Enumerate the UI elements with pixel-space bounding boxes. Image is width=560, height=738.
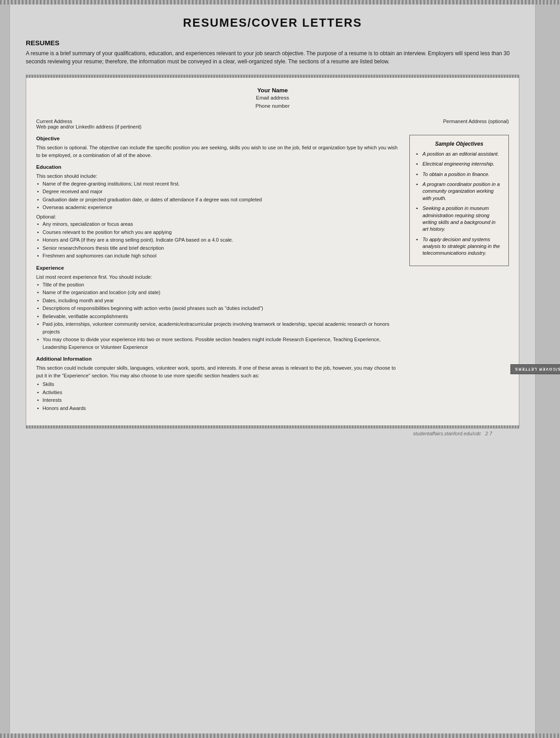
objective-section: Objective This section is optional. The … xyxy=(36,135,401,159)
page: RESUMES/COVER LETTERS RESUMES A resume i… xyxy=(0,0,560,738)
education-bullet-4: Overseas academic experience xyxy=(36,204,401,211)
webpage-label: Web page and/or LinkedIn address (if per… xyxy=(36,124,142,129)
education-bullet-2: Degree received and major xyxy=(36,188,401,195)
additional-title: Additional Information xyxy=(36,355,401,363)
footer-url: studentaffairs.stanford.edu/cdc xyxy=(413,431,481,436)
education-bullet-3: Graduation date or projected graduation … xyxy=(36,196,401,204)
resume-address-right: Permanent Address (optional) xyxy=(443,119,509,129)
exp-bullet-1: Title of the position xyxy=(36,281,401,289)
additional-text: This section could include computer skil… xyxy=(36,364,401,379)
edu-opt-bullet-1: Any minors, specialization or focus area… xyxy=(36,220,401,228)
education-intro: This section should include: xyxy=(36,172,401,180)
sample-objectives-list: A position as an editorial assistant. El… xyxy=(416,151,502,257)
add-bullet-3: Interests xyxy=(36,396,401,404)
resume-right-column: Sample Objectives A position as an edito… xyxy=(409,135,509,417)
education-section: Education This section should include: N… xyxy=(36,163,401,260)
sample-obj-4: A program coordinator position in a comm… xyxy=(416,181,502,202)
top-pattern xyxy=(0,0,560,5)
right-sidebar: RESUMES/COVER LETTERS xyxy=(535,5,560,733)
resume-address-left: Current Address Web page and/or LinkedIn… xyxy=(36,119,142,129)
doc-bottom-pattern xyxy=(26,425,519,428)
education-optional-bullets: Any minors, specialization or focus area… xyxy=(36,220,401,260)
resume-name: Your Name xyxy=(36,87,509,94)
footer-page: 2 7 xyxy=(485,431,492,436)
resumes-heading: RESUMES xyxy=(26,39,519,47)
education-bullet-1: Name of the degree-granting institutions… xyxy=(36,180,401,188)
left-sidebar xyxy=(0,5,10,733)
sample-objectives-title: Sample Objectives xyxy=(416,141,502,147)
resumes-intro: A resume is a brief summary of your qual… xyxy=(26,49,519,66)
education-optional-label: Optional: xyxy=(36,213,401,221)
doc-content: Your Name Email address Phone number Cur… xyxy=(26,78,519,425)
exp-bullet-5: Believable, verifiable accomplishments xyxy=(36,313,401,320)
objective-title: Objective xyxy=(36,135,401,143)
resumes-section: RESUMES A resume is a brief summary of y… xyxy=(26,39,519,66)
experience-title: Experience xyxy=(36,264,401,272)
add-bullet-1: Skills xyxy=(36,381,401,388)
sample-obj-5: Seeking a position in museum administrat… xyxy=(416,205,502,233)
resume-left-column: Objective This section is optional. The … xyxy=(36,135,401,417)
resume-phone: Phone number xyxy=(36,102,509,110)
resume-email: Email address xyxy=(36,94,509,102)
add-bullet-4: Honors and Awards xyxy=(36,405,401,412)
resume-body: Objective This section is optional. The … xyxy=(36,135,509,417)
page-title: RESUMES/COVER LETTERS xyxy=(26,16,519,30)
resume-address-row: Current Address Web page and/or LinkedIn… xyxy=(36,119,509,129)
current-address-label: Current Address xyxy=(36,119,142,124)
additional-section: Additional Information This section coul… xyxy=(36,355,401,412)
exp-bullet-6: Paid jobs, internships, volunteer commun… xyxy=(36,320,401,335)
sample-obj-2: Electrical engineering internship. xyxy=(416,161,502,167)
bottom-pattern xyxy=(0,733,560,738)
experience-intro: List most recent experience first. You s… xyxy=(36,273,401,281)
additional-bullets: Skills Activities Interests Honors and A… xyxy=(36,381,401,412)
sample-obj-6: To apply decision and systems analysis t… xyxy=(416,236,502,257)
add-bullet-2: Activities xyxy=(36,389,401,396)
exp-bullet-2: Name of the organization and location (c… xyxy=(36,289,401,296)
edu-opt-bullet-2: Courses relevant to the position for whi… xyxy=(36,229,401,236)
experience-section: Experience List most recent experience f… xyxy=(36,264,401,351)
resume-header: Your Name Email address Phone number xyxy=(36,87,509,110)
sample-objectives-box: Sample Objectives A position as an edito… xyxy=(409,135,509,266)
experience-bullets: Title of the position Name of the organi… xyxy=(36,281,401,351)
page-footer: studentaffairs.stanford.edu/cdc 2 7 xyxy=(26,429,519,440)
sample-obj-3: To obtain a position in finance. xyxy=(416,171,502,178)
edu-opt-bullet-4: Senior research/honors thesis title and … xyxy=(36,244,401,252)
exp-bullet-7: You may choose to divide your experience… xyxy=(36,336,401,351)
edu-opt-bullet-5: Freshmen and sophomores can include high… xyxy=(36,252,401,260)
exp-bullet-4: Descriptions of responsibilities beginni… xyxy=(36,305,401,312)
education-bullets: Name of the degree-granting institutions… xyxy=(36,180,401,211)
sidebar-tab: RESUMES/COVER LETTERS xyxy=(510,364,560,374)
education-title: Education xyxy=(36,163,401,171)
edu-opt-bullet-3: Honors and GPA (if they are a strong sel… xyxy=(36,236,401,244)
exp-bullet-3: Dates, including month and year xyxy=(36,297,401,305)
content-area: RESUMES/COVER LETTERS RESUMES A resume i… xyxy=(10,5,535,733)
resume-document: Your Name Email address Phone number Cur… xyxy=(26,75,519,429)
objective-text: This section is optional. The objective … xyxy=(36,144,401,159)
sample-obj-1: A position as an editorial assistant. xyxy=(416,151,502,157)
